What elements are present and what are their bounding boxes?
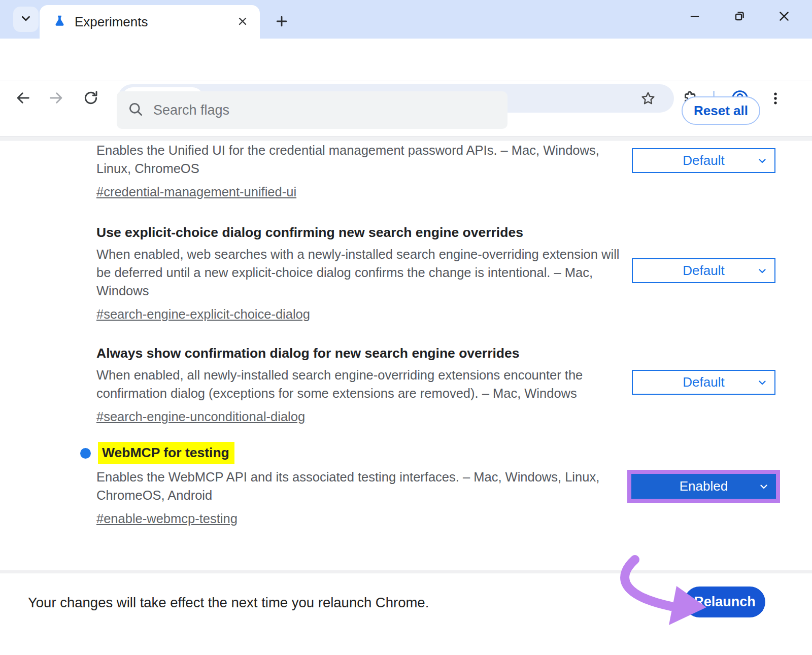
anchor-bullet-icon [80,448,91,459]
flag-description: Enables the WebMCP API and its associate… [96,468,634,504]
relaunch-message: Your changes will take effect the next t… [28,595,429,611]
chevron-down-icon [756,155,768,167]
chevron-down-icon [758,480,770,493]
flag-permalink[interactable]: #search-engine-explicit-choice-dialog [96,307,310,322]
flag-title-highlighted: WebMCP for testing [98,442,234,464]
back-button[interactable] [12,88,33,109]
reload-icon [82,89,99,108]
flag-header: WebMCP for testing [80,442,634,464]
star-icon [640,90,656,108]
browser-menu-button[interactable] [765,88,786,110]
flag-entry-explicit-choice-dialog: Use explicit-choice dialog confirming ne… [96,224,634,322]
flag-state-value: Default [683,374,724,390]
window-controls [687,0,812,33]
flag-entry-webmcp: WebMCP for testing Enables the WebMCP AP… [80,442,634,526]
tab-experiments[interactable]: Experiments [40,5,260,39]
flag-state-select[interactable]: Default [632,370,775,395]
flag-state-value: Default [683,153,724,168]
tab-title: Experiments [75,14,233,30]
list-divider [0,136,812,141]
flask-icon [53,14,66,30]
close-window-button[interactable] [776,9,792,24]
flag-description: When enabled, web searches with a newly-… [96,245,634,300]
flag-state-select[interactable]: Default [632,148,775,173]
chevron-down-icon [19,12,32,27]
flag-state-value: Default [683,263,724,279]
forward-arrow-icon [48,89,65,108]
restore-button[interactable] [732,9,747,24]
flag-state-select-enabled[interactable]: Enabled [631,474,776,499]
flag-state-value: Enabled [680,478,728,494]
close-icon [236,15,249,29]
chevron-down-icon [756,265,768,277]
tab-strip: Experiments [0,0,812,39]
reset-all-button[interactable]: Reset all [682,96,760,125]
plus-icon [274,14,289,30]
flag-title: Always show confirmation dialog for new … [96,344,634,362]
flag-entry-credential-management: Enables the Unified UI for the credentia… [96,141,634,199]
tab-close-button[interactable] [233,13,252,31]
flag-permalink[interactable]: #credential-management-unified-ui [96,185,296,199]
flag-permalink[interactable]: #search-engine-unconditional-dialog [96,409,305,424]
flag-state-select[interactable]: Default [632,258,775,283]
flag-permalink[interactable]: #enable-webmcp-testing [96,511,238,526]
three-dot-menu-icon [767,90,784,108]
new-tab-button[interactable] [270,10,293,33]
flag-entry-unconditional-dialog: Always show confirmation dialog for new … [96,344,634,424]
browser-toolbar: Chrome chrome://flags/#enable-webmcp-tes… [0,39,812,81]
flag-title: Use explicit-choice dialog confirming ne… [96,224,634,241]
tab-search-button[interactable] [13,7,39,32]
forward-button[interactable] [46,88,67,109]
restore-icon [732,9,747,25]
minimize-icon [688,9,702,25]
search-flags-input[interactable] [152,102,497,119]
flag-description: When enabled, all newly-installed search… [96,366,634,402]
flag-description: Enables the Unified UI for the credentia… [96,141,634,178]
bookmark-button[interactable] [638,89,658,109]
relaunch-button[interactable]: Relaunch [684,587,765,617]
back-arrow-icon [14,89,31,108]
minimize-button[interactable] [687,9,702,24]
annotation-highlight-box: Enabled [627,470,780,503]
search-flags-field[interactable] [117,91,507,129]
chevron-down-icon [756,376,768,389]
close-icon [777,9,791,25]
footer-divider [0,570,812,573]
reload-button[interactable] [80,88,101,109]
search-icon [127,100,144,120]
